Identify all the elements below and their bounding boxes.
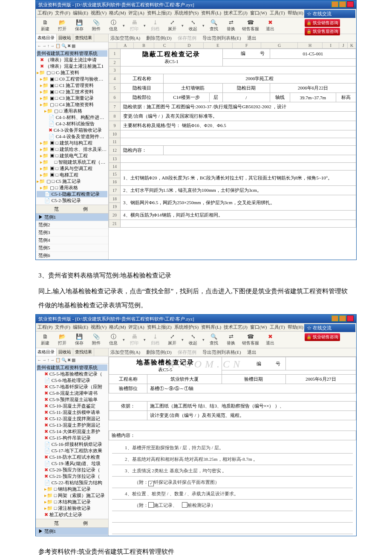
delete-example[interactable]: 删除范例(D) — [146, 35, 171, 41]
toolbar-button[interactable]: ⤢展开 — [164, 18, 180, 33]
tree-node[interactable]: ✖ C5-7-地基钎探记录（应附 — [37, 384, 107, 390]
menu-item[interactable]: 系统维护(S) — [174, 10, 199, 16]
tree-node[interactable]: ✖ C5-20-预应力张拉记录（ — [37, 467, 107, 473]
sales-consult-button[interactable]: 🔒 筑业销售咨询 — [305, 19, 340, 27]
toolbar-button[interactable]: 📎附件 — [89, 332, 104, 347]
toolbar-button[interactable]: ✖退出 — [262, 18, 278, 33]
toolbar-button[interactable]: ⇄替换 — [223, 332, 239, 347]
form-tree[interactable]: 贵州省建筑工程资料管理系统✖ （增表）混凝土浇注申请✖ （增表）混凝土灌注桩施工… — [36, 49, 108, 205]
tree-node[interactable]: ✖ C5-21-预应力张拉记录（ — [37, 473, 107, 480]
tree-node[interactable]: ▸📁 □ 木结构施工记录 — [37, 499, 107, 505]
window-buttons[interactable] — [331, 315, 354, 322]
exit-sub[interactable]: 退出 — [247, 35, 257, 41]
tree-node[interactable]: 📄 C5-6-地基处理记录 — [37, 377, 107, 384]
toolbar-button[interactable]: ☎销售客服 — [240, 332, 261, 347]
tree-node[interactable]: 📄 C5-2-预检记录 — [37, 197, 107, 204]
tree-node[interactable]: ▸📁 ▢ □ C4 施工物资资料 — [37, 101, 107, 108]
tree-node[interactable]: ✖ C5-5-地基验槽检查记录（ — [37, 371, 107, 377]
menu-item[interactable]: 工具(T) — [270, 10, 285, 16]
tree-node[interactable]: 📄 C4-2-材料试验报告 — [37, 121, 107, 127]
menu-item[interactable]: 帮助(H) — [288, 324, 303, 330]
menu-item[interactable]: 评定(A) — [128, 10, 144, 16]
menu-item[interactable]: 视图(V) — [91, 10, 107, 16]
tree-node[interactable]: ▸📁 □ 灌注桩验收记录 — [37, 505, 107, 512]
toolbar-button[interactable]: ⓘ信息 — [106, 332, 121, 347]
menu-item[interactable]: 文件(F) — [55, 324, 70, 330]
menu-item[interactable]: 工程(P) — [37, 324, 52, 330]
menu-item[interactable]: 工具(T) — [270, 324, 285, 330]
left-tabs[interactable]: 表格目录 回收站 查找结果 — [36, 348, 108, 356]
toolbar-button[interactable]: 📎附件 — [89, 18, 104, 33]
menu-item[interactable]: 系统维护(S) — [174, 324, 199, 330]
tree-node[interactable]: ▸📁 □ 智能建筑系统工程（执行现行 — [37, 159, 107, 165]
menu-item[interactable]: 编辑(E) — [73, 324, 88, 330]
example-row[interactable]: ▶ 范例1 — [36, 528, 108, 535]
tab-recycle[interactable]: 回收站 — [57, 34, 73, 42]
tree-node[interactable]: ✖ C4-3-设备开箱验收记录 — [37, 127, 107, 133]
toolbar-button[interactable]: 💾保存 — [72, 332, 87, 347]
toolbar-button[interactable]: 📂打开 — [55, 332, 70, 347]
toolbar-button[interactable]: ⤢展开 — [164, 332, 180, 347]
tree-node[interactable]: ▸📁 ▣ □ 建筑给水、排水及采暖工程 — [37, 146, 107, 153]
example-row[interactable]: 范例2 — [36, 221, 108, 229]
tree-node[interactable]: ✖ C5-15-构件吊装记录 — [37, 435, 107, 441]
tab-search-results[interactable]: 查找结果 — [73, 34, 94, 42]
tree-node[interactable]: ▸📁 ▣ □ 建筑电气工程 — [37, 153, 107, 159]
menu-item[interactable]: 窗口(W) — [250, 10, 267, 16]
menu-item[interactable]: 窗口(W) — [250, 324, 267, 330]
tree-node[interactable]: 📄 C5-16-焊接材料烘焙记录 — [37, 441, 107, 448]
menu-item[interactable]: 文件(F) — [55, 10, 70, 16]
tree-node[interactable]: ▸📁 ▣ □ 建筑与结构工程 — [37, 140, 107, 146]
tree-node[interactable]: 📄 C5-22-有粘结预应力结构 — [37, 480, 107, 486]
menu-item[interactable]: 视图(V) — [91, 324, 107, 330]
tree-node[interactable]: ▸📁 ▣ □ C1 施工管理资料 — [37, 82, 107, 89]
example-row[interactable]: ▶ 范例1 — [36, 214, 108, 221]
export-example[interactable]: 导出范例到表格(E) — [202, 35, 241, 41]
add-empty-example[interactable]: 添加空范例(A) — [110, 35, 140, 41]
left-tabs[interactable]: 表格目录 回收站 查找结果 — [36, 34, 108, 42]
tree-node[interactable]: 📄 C5-19-通风(烟)道、垃圾 — [37, 460, 107, 467]
tree-node[interactable]: ✖ C5-12-混凝土搅拌测温记 — [37, 416, 107, 422]
tree-node[interactable]: ▸📁 ▢ □ 通用表格 — [37, 108, 107, 114]
tree-toolbar[interactable]: ←→↑→📋🔍✖▦ — [36, 356, 108, 364]
menu-item[interactable]: 资料上报(Z) — [147, 10, 172, 16]
menu-item[interactable]: 编辑(E) — [73, 10, 88, 16]
toolbar-button[interactable]: 🗎新建 — [37, 18, 53, 33]
tree-toolbar[interactable]: ←→↑→📋🔍✖▦ — [36, 42, 108, 49]
example-row[interactable]: 范例4 — [36, 237, 108, 244]
toolbar-button[interactable]: 📂打开 — [55, 18, 70, 33]
toolbar-button[interactable]: ⓘ信息 — [106, 18, 121, 33]
tree-node[interactable]: ✖ 桩工砂式土记录 — [37, 512, 107, 518]
tree-node[interactable]: ▸📁 □ 钢结构施工记录 — [37, 486, 107, 492]
toolbar-button[interactable]: 🔍查找 — [206, 18, 222, 33]
sub-toolbar[interactable]: 添加空范例(A) 删除范例(D) 保存范例 导出范例到表格(E) 退出 — [109, 348, 356, 357]
tree-node[interactable]: ✖ C5-10-混凝土开盘鉴定 — [37, 403, 107, 409]
online-chat-bar[interactable]: ☆ 在线交流 — [304, 10, 355, 18]
toolbar-button[interactable]: 🖶打印 — [127, 332, 142, 347]
toolbar-button[interactable]: 🗎新建 — [37, 332, 53, 347]
tree-node[interactable]: ✖ （增表）混凝土灌注桩施工1 — [37, 63, 107, 69]
menu-item[interactable]: 帮助(H) — [288, 10, 303, 16]
tree-node[interactable]: ▸📁 ▢ □ C-施工资料 — [37, 69, 107, 76]
tree-node[interactable]: ▸📁 ▢ □ C5 施工记录 — [37, 178, 107, 185]
online-chat-bar[interactable]: ☆ 在线交流 — [304, 324, 355, 332]
tree-node[interactable]: ✖ C5-14-大体积混凝土养护 — [37, 428, 107, 435]
toolbar-button[interactable]: ⤓归档 — [147, 18, 163, 33]
tree-node[interactable]: ▸📁 □ 网架（索膜）施工记录 — [37, 492, 107, 499]
tree-node[interactable]: 📄 C4-1-材料、构配件进场… — [37, 114, 107, 121]
menu-item[interactable]: 技术工艺(J) — [224, 324, 248, 330]
window-buttons[interactable] — [331, 1, 354, 8]
tree-node[interactable]: 📄 C4-4-设备及管道附件试… — [37, 133, 107, 140]
sales-consult-button[interactable]: 🔒 筑业销售咨询 — [305, 333, 340, 341]
menu-item[interactable]: 格式(M) — [109, 10, 126, 16]
tree-node[interactable]: 贵州省建筑工程资料管理系统 — [37, 364, 107, 371]
tab-forms-dir[interactable]: 表格目录 — [36, 34, 57, 42]
toolbar-button[interactable]: ✖退出 — [262, 332, 278, 347]
toolbar-button[interactable]: 🔍查找 — [206, 332, 222, 347]
support-consult-button[interactable]: 🔒 筑业售后咨询 — [305, 28, 340, 35]
tree-node[interactable]: ✖ C5-18-防水工程试水检查 — [37, 454, 107, 460]
tree-node[interactable]: ▸📁 ▣ □ C0 工程管理与验收资料 — [37, 76, 107, 82]
tree-node[interactable]: 📄 C5-1-隐蔽工程检查记录 — [37, 191, 107, 197]
form-tree[interactable]: 贵州省建筑工程资料管理系统✖ C5-5-地基验槽检查记录（📄 C5-6-地基处理… — [36, 364, 108, 519]
menu-item[interactable]: 资料库(L) — [201, 10, 221, 16]
